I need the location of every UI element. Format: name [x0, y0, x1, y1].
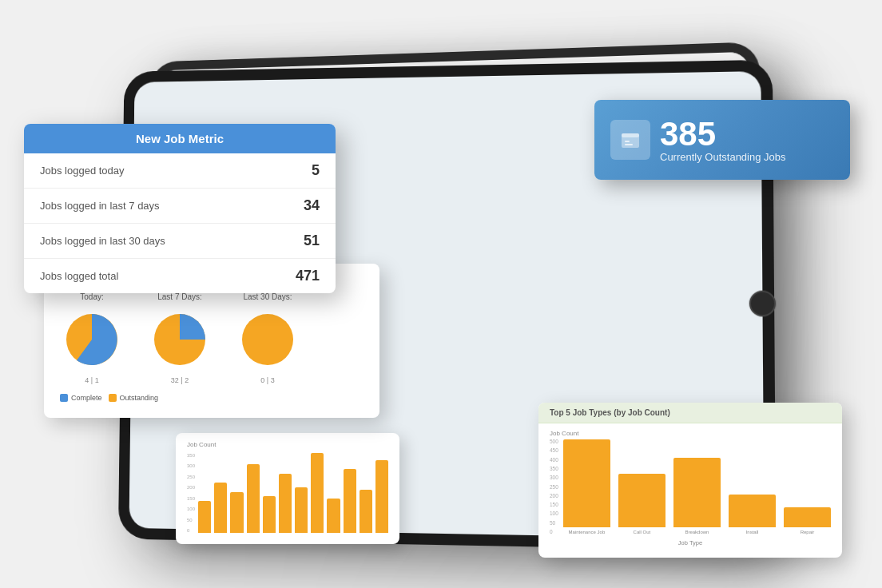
legend-row: Complete Outstanding: [60, 394, 364, 402]
top5-bar-group: Install: [729, 495, 776, 534]
legend-complete: Complete: [60, 394, 102, 402]
new-job-metric-card: New Job Metric Jobs logged today 5 Jobs …: [24, 124, 336, 293]
top5-bar-item: [673, 458, 721, 527]
bar-item: [360, 490, 372, 533]
home-button[interactable]: [749, 291, 777, 317]
bar-chart-y-label: Job Count: [187, 441, 388, 448]
bar-chart-bars: [198, 453, 388, 533]
top5-bar-item: [784, 507, 831, 527]
legend-outstanding-dot: [109, 394, 117, 402]
new-job-val-3: 51: [304, 232, 320, 249]
top5-content: Job Count 0 50 100 150 200 250 300 350 4…: [538, 423, 842, 546]
svg-rect-4: [622, 133, 639, 137]
pie-7days-values: 32 | 2: [171, 376, 189, 384]
top5-bars: Maintenance JobCall OutBreakdownInstallR…: [563, 439, 831, 534]
new-job-header: New Job Metric: [24, 124, 336, 153]
new-job-label-4: Jobs logged total: [40, 270, 118, 282]
pie-30days: Last 30 Days: 0 | 3: [236, 292, 300, 384]
bar-item: [311, 453, 324, 533]
new-job-label-1: Jobs logged today: [40, 165, 125, 177]
bar-item: [295, 487, 308, 533]
pie-today: Today: 4 | 1: [60, 292, 124, 384]
new-job-label-2: Jobs logged in last 7 days: [40, 200, 160, 212]
top5-bar-group: Call Out: [618, 474, 665, 534]
top5-y-label: Job Count: [550, 430, 831, 437]
new-job-row-1: Jobs logged today 5: [24, 153, 336, 189]
legend-outstanding-label: Outstanding: [120, 394, 159, 402]
top5-bar-label: Call Out: [634, 530, 651, 534]
top5-bar-item: [618, 474, 665, 527]
new-job-label-3: Jobs logged in last 30 days: [40, 235, 165, 247]
pie-today-svg: [60, 308, 124, 371]
pie-today-label: Today:: [80, 292, 103, 301]
top5-header: Top 5 Job Types (by Job Count): [538, 403, 842, 423]
bar-item: [230, 492, 243, 533]
svg-rect-5: [625, 141, 630, 142]
bar-item: [279, 474, 292, 533]
top5-bar-label: Repair: [801, 530, 815, 534]
new-job-row-2: Jobs logged in last 7 days 34: [24, 189, 336, 224]
new-job-row-4: Jobs logged total 471: [24, 259, 336, 293]
legend-complete-label: Complete: [71, 394, 102, 402]
top5-bar-group: Repair: [784, 507, 831, 534]
svg-rect-6: [625, 144, 633, 145]
top5-bar-label: Install: [746, 530, 759, 534]
bar-item: [344, 469, 356, 533]
outstanding-number: 385: [660, 117, 786, 151]
new-job-val-1: 5: [312, 162, 320, 179]
pie-7days-svg: [148, 308, 212, 371]
top5-bar-group: Breakdown: [673, 458, 721, 534]
legend-outstanding: Outstanding: [109, 394, 159, 402]
pie-today-values: 4 | 1: [85, 376, 98, 384]
outstanding-label: Currently Outstanding Jobs: [660, 151, 786, 163]
bar-item: [263, 496, 276, 533]
pie-7days: Last 7 Days: 32 | 2: [148, 292, 212, 384]
legend-complete-dot: [60, 394, 68, 402]
bar-item: [214, 483, 227, 533]
bar-chart-y-axis: 0 50 100 150 200 250 300 350: [187, 453, 195, 533]
outstanding-icon: [610, 120, 650, 160]
top5-y-axis: 0 50 100 150 200 250 300 350 400 450 500: [550, 439, 558, 534]
new-job-row-3: Jobs logged in last 30 days 51: [24, 224, 336, 259]
pie-30days-svg: [236, 308, 300, 371]
new-job-val-2: 34: [304, 197, 320, 214]
top5-bar-item: [729, 495, 776, 527]
bar-item: [327, 499, 340, 533]
outstanding-jobs-card: 385 Currently Outstanding Jobs: [594, 100, 850, 180]
pie-charts-row: Today: 4 | 1 Last 7 Days: 32 | 2 Last 30…: [60, 292, 364, 384]
top5-x-label: Job Type: [550, 539, 831, 546]
new-job-val-4: 471: [296, 268, 320, 284]
pie-7days-label: Last 7 Days:: [157, 292, 202, 301]
top5-bar-group: Maintenance Job: [563, 439, 610, 534]
top5-bar-label: Maintenance Job: [569, 530, 606, 534]
bar-item: [375, 460, 388, 533]
top5-job-types-card: Top 5 Job Types (by Job Count) Job Count…: [538, 403, 842, 558]
bar-chart-card: Job Count 0 50 100 150 200 250 300 350: [176, 433, 399, 544]
top5-bar-item: [563, 439, 610, 527]
outstanding-text: 385 Currently Outstanding Jobs: [660, 117, 786, 163]
bar-item: [247, 464, 260, 533]
pie-30days-values: 0 | 3: [260, 376, 274, 384]
pie-30days-label: Last 30 Days:: [243, 292, 292, 301]
top5-bar-label: Breakdown: [685, 530, 709, 534]
bar-item: [198, 501, 211, 533]
